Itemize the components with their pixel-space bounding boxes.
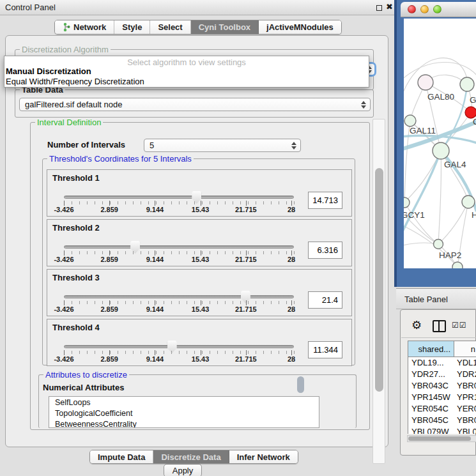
close-icon[interactable]: ✖ xyxy=(386,2,393,12)
number-of-intervals-value: 5 xyxy=(150,141,154,150)
tab-discretize-data[interactable]: Discretize Data xyxy=(153,450,229,463)
node-label: HAP2 xyxy=(439,250,461,260)
slider-major-ticks xyxy=(64,300,291,305)
threshold-slider[interactable]: -3.426 2.859 9.144 15.43 21.715 28 xyxy=(63,220,295,267)
threshold-slider[interactable]: -3.426 2.859 9.144 15.43 21.715 28 xyxy=(63,170,295,217)
network-canvas[interactable]: GAL80 GA GAL11 GAL4 GCY1 H HAP2 C xyxy=(404,19,476,268)
zoom-traffic-light-icon[interactable] xyxy=(433,5,441,13)
tab-impute-data-label: Impute Data xyxy=(98,452,145,462)
node-bottom[interactable] xyxy=(452,262,463,268)
float-window-icon[interactable] xyxy=(376,5,382,11)
algorithm-popup: Select algorithm to view settings Manual… xyxy=(4,56,369,88)
tab-infer-network[interactable]: Infer Network xyxy=(229,450,298,463)
panel-scrollbar-thumb[interactable] xyxy=(375,168,383,392)
network-graph: GAL80 GA GAL11 GAL4 GCY1 H HAP2 C xyxy=(404,19,476,268)
node-right[interactable] xyxy=(462,196,475,208)
popup-option-equal-width-frequency[interactable]: Equal Width/Frequency Discretization xyxy=(6,77,144,86)
tab-network[interactable]: Network xyxy=(55,20,114,34)
table-row[interactable]: YDR27...YDR2 xyxy=(408,369,476,380)
tab-impute-data[interactable]: Impute Data xyxy=(90,450,153,463)
table-panel-title: Table Panel xyxy=(404,295,448,304)
network-view-window: GAL80 GA GAL11 GAL4 GCY1 H HAP2 C xyxy=(394,0,476,287)
node-gal80[interactable] xyxy=(418,75,433,90)
threshold-slider[interactable]: -3.426 2.859 9.144 15.43 21.715 28 xyxy=(63,319,295,367)
slider-tick-labels: -3.426 2.859 9.144 15.43 21.715 28 xyxy=(64,256,291,263)
threshold-value-field[interactable]: 21.4 xyxy=(308,291,342,309)
list-item[interactable]: BetweennessCentrality xyxy=(49,418,319,428)
tab-select[interactable]: Select xyxy=(150,20,190,34)
threshold-coordinates-group: Threshold's Coordinates for 5 Intervals … xyxy=(42,158,355,365)
slider-track[interactable] xyxy=(64,196,294,199)
tab-jactivemnodules[interactable]: jActiveMNodules xyxy=(259,20,341,34)
minimize-traffic-light-icon[interactable] xyxy=(420,5,429,13)
interval-definition-group: Interval Definition Number of Intervals … xyxy=(30,122,370,430)
table-row[interactable]: YBR043CYBR0 xyxy=(408,380,476,392)
table-row[interactable]: YER054CYER0 xyxy=(408,403,476,415)
table-row[interactable]: YDL19...YDL1 xyxy=(408,357,476,369)
tab-cyni-toolbox-label: Cyni Toolbox xyxy=(199,22,250,32)
gear-icon[interactable]: ⚙ xyxy=(411,318,422,332)
node-gcy1[interactable] xyxy=(404,197,410,208)
node-label: GAL80 xyxy=(427,92,454,102)
column-header-shared-name[interactable]: shared... xyxy=(408,341,454,357)
threshold-value-field[interactable]: 6.316 xyxy=(308,242,342,259)
node-label: C xyxy=(473,117,476,127)
column-header-name[interactable]: n xyxy=(454,341,476,357)
tab-cyni-toolbox[interactable]: Cyni Toolbox xyxy=(191,20,259,34)
attributes-label: Attributes to discretize xyxy=(43,370,129,380)
table-row[interactable]: YBR045CYBR0 xyxy=(408,415,476,426)
network-icon xyxy=(63,22,70,32)
list-item[interactable]: TopologicalCoefficient xyxy=(49,408,319,418)
node-label: H xyxy=(472,210,476,220)
slider-track[interactable] xyxy=(64,245,294,249)
table-data-group: Table Data galFiltered.sif default node xyxy=(15,89,374,118)
stepper-arrows-icon xyxy=(360,101,366,109)
numerical-attributes-list[interactable]: SelfLoops TopologicalCoefficient Between… xyxy=(49,396,319,428)
slider-tick-labels: -3.426 2.859 9.144 15.43 21.715 28 xyxy=(64,305,291,313)
select-columns-checkboxes-icon[interactable]: ☑☑ xyxy=(452,321,467,330)
list-item[interactable]: SelfLoops xyxy=(49,397,319,408)
control-panel-tabbar: Network Style Select Cyni Toolbox jActiv… xyxy=(54,20,342,35)
threshold-row: Threshold 4 -3.426 2.859 9.144 15.43 xyxy=(47,319,352,366)
tab-style-label: Style xyxy=(122,22,142,32)
tab-infer-network-label: Infer Network xyxy=(237,452,290,462)
popup-option-manual-discretization[interactable]: Manual Discretization xyxy=(6,66,91,76)
table-header-row: shared... n xyxy=(408,341,476,357)
number-of-intervals-combo[interactable]: 5 xyxy=(144,139,301,152)
node-gal11[interactable] xyxy=(404,115,416,127)
list-scrollbar[interactable] xyxy=(297,376,304,393)
table-row[interactable]: YPR145WYPR1 xyxy=(408,392,476,403)
threshold-coordinates-label: Threshold's Coordinates for 5 Intervals xyxy=(47,154,194,164)
numerical-attributes-label: Numerical Attributes xyxy=(43,383,124,392)
number-of-intervals-label: Number of Intervals xyxy=(47,140,125,150)
panel-scrollbar[interactable] xyxy=(372,119,385,464)
slider-track[interactable] xyxy=(64,345,294,348)
table-panel-bar: Table Panel xyxy=(396,288,476,309)
network-window-titlebar xyxy=(401,2,476,17)
slider-major-ticks xyxy=(64,250,291,256)
slider-major-ticks xyxy=(64,201,291,206)
table-row[interactable]: YBL079WYBL0 xyxy=(408,426,476,434)
node-gal4[interactable] xyxy=(433,142,449,159)
control-panel-title: Control Panel xyxy=(5,3,56,12)
node-top-right[interactable] xyxy=(460,77,474,91)
node-label: GCY1 xyxy=(404,210,425,220)
table-panel-window: ⚙ ☑☑ shared... n YDL19...YDL1 YDR27...YD… xyxy=(400,309,476,456)
discretization-algorithm-label: Discretization Algorithm xyxy=(20,45,111,54)
close-traffic-light-icon[interactable] xyxy=(408,5,416,13)
table-scrollbar-thumb[interactable] xyxy=(408,436,471,441)
slider-track[interactable] xyxy=(64,295,294,298)
slider-tick-labels: -3.426 2.859 9.144 15.43 21.715 28 xyxy=(64,206,291,213)
node-hap2[interactable] xyxy=(434,240,443,249)
threshold-value-field[interactable]: 14.713 xyxy=(308,192,342,209)
attributes-group: Attributes to discretize Numerical Attri… xyxy=(38,374,357,428)
slider-tick-labels: -3.426 2.859 9.144 15.43 21.715 28 xyxy=(64,355,291,363)
threshold-slider[interactable]: -3.426 2.859 9.144 15.43 21.715 28 xyxy=(63,270,295,317)
table-horizontal-scrollbar[interactable] xyxy=(407,435,476,442)
apply-button[interactable]: Apply xyxy=(164,464,202,476)
threshold-value-field[interactable]: 11.344 xyxy=(308,341,342,358)
table-data-combo[interactable]: galFiltered.sif default node xyxy=(19,98,371,111)
slider-major-ticks xyxy=(64,350,291,355)
columns-icon[interactable] xyxy=(433,320,446,332)
tab-style[interactable]: Style xyxy=(114,20,150,34)
